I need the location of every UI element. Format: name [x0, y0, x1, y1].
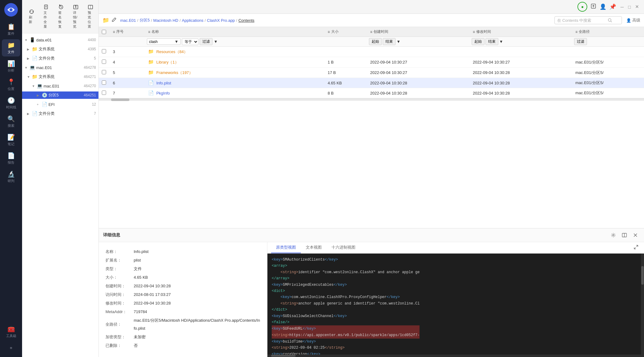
name-filter-icon: ▼ [174, 39, 178, 44]
row-size: 4.65 KB [325, 78, 367, 88]
maximize-button[interactable]: □ [628, 4, 631, 10]
advanced-label: 高级 [632, 17, 640, 23]
sidebar-item-analysis[interactable]: 📊 分析 [2, 58, 20, 75]
tree-node-mac-e01[interactable]: ▼ 💻 mac.E01 464278 [22, 63, 98, 72]
toolbox-icon: 🧰 [7, 325, 15, 333]
close-button[interactable]: ✕ [635, 4, 639, 10]
tree-node-fs2[interactable]: ▼ 📁 文件系统 464271 [22, 72, 98, 81]
row-checkbox[interactable] [102, 49, 106, 53]
tab-text-view[interactable]: 文本视图 [301, 242, 327, 253]
row-path: mac.E01/分区5/ [572, 78, 644, 88]
minimize-button[interactable]: ─ [620, 4, 624, 10]
breadcrumb-clashx-pro[interactable]: ClashX Pro.app [207, 18, 235, 23]
tree-node-data-e01[interactable]: ▼ 📱 data.e01 4400 [22, 35, 98, 45]
sign-restore-label: 签名恢复 [58, 10, 64, 29]
cases-icon: 📋 [7, 23, 15, 30]
expand-viewer-button[interactable] [632, 243, 640, 252]
breadcrumb-applications[interactable]: Applications [182, 18, 203, 23]
file-link[interactable]: Frameworks（197） [156, 70, 193, 75]
sign-restore-icon [58, 4, 64, 10]
tree-node-mac-e01-sub[interactable]: ▼ 💻 mac.E01 464270 [22, 81, 98, 91]
modify-end-button[interactable]: 结束 [485, 38, 498, 45]
table-row[interactable]: 4 📁 Library（1） 1 B 2022-09-04 10:30:27 2… [99, 57, 644, 68]
sidebar-menu-button[interactable]: ≡ [2, 342, 20, 354]
split-view-button[interactable] [620, 231, 629, 239]
breadcrumb-partition5[interactable]: 分区5 [140, 17, 150, 23]
edit-path-icon[interactable] [112, 17, 117, 23]
tree-node-efi[interactable]: + 📄 EFI 12 [22, 100, 98, 109]
fc2-icon: 📄 [32, 111, 37, 116]
details-button[interactable]: 详情/预览 [71, 3, 81, 30]
sidebar-item-files[interactable]: 📁 文件 [2, 39, 20, 56]
row-checkbox[interactable] [102, 70, 106, 74]
row-seq: 3 [110, 47, 145, 57]
breadcrumb-mac-e01[interactable]: mac.E01 [120, 18, 136, 23]
sidebar-item-notes[interactable]: 📝 笔记 [2, 131, 20, 149]
row-checkbox[interactable] [102, 80, 106, 85]
sidebar-item-search[interactable]: 🔍 搜索 [2, 113, 20, 130]
sidebar-item-location[interactable]: 📍 位置 [2, 76, 20, 93]
row-checkbox[interactable] [102, 91, 106, 95]
tree-node-fc2[interactable]: ▶ 📄 文件分类 7 [22, 109, 98, 118]
modify-start-button[interactable]: 起始 [472, 38, 485, 45]
field-label: 类型： [105, 265, 133, 273]
search-input[interactable] [557, 18, 606, 23]
row-path: mac.E01/分区5/ [572, 68, 644, 78]
row-checkbox[interactable] [102, 60, 106, 64]
tab-hex-view[interactable]: 十六进制视图 [327, 242, 360, 253]
user-icon[interactable]: 👤 [600, 3, 606, 10]
field-value: 文件 [134, 265, 260, 273]
viewer-vertical-scrollbar[interactable] [641, 254, 644, 355]
table-row[interactable]: 6 📄 Info.plist 4.65 KB 2022-09-04 10:30:… [99, 78, 644, 88]
field-value: 否 [134, 342, 260, 350]
file-link[interactable]: Library（1） [156, 60, 179, 64]
sign-restore-button[interactable]: 签名恢复 [56, 3, 66, 30]
table-row[interactable]: 5 📁 Frameworks（197） 17 B 2022-09-04 10:3… [99, 68, 644, 78]
sidebar-item-toolbox[interactable]: 🧰 工具箱 [2, 323, 20, 340]
path-filter-button[interactable]: 过滤 [574, 38, 587, 45]
folder-icon: 📁 [148, 49, 154, 54]
breadcrumb-macintosh-hd[interactable]: Macintosh HD [153, 18, 178, 23]
location-icon: 📍 [7, 78, 15, 86]
sidebar-item-cases[interactable]: 📋 案件 [2, 21, 20, 38]
create-start-button[interactable]: 起始 [369, 38, 382, 45]
partition5-icon: 💿 [42, 92, 47, 98]
preview-pos-button[interactable]: 预览位置 [85, 3, 96, 30]
upload-icon[interactable] [590, 3, 596, 11]
name-operator-select[interactable]: 等于 包含 [182, 38, 198, 45]
sidebar-item-research[interactable]: 🔬 研判 [2, 168, 20, 185]
pin-icon[interactable]: 📌 [609, 3, 616, 10]
create-end-button[interactable]: 结束 [383, 38, 396, 45]
sidebar-item-timeline[interactable]: 🕐 时间线 [2, 95, 20, 112]
name-filter-button[interactable]: 过滤 [200, 38, 213, 45]
row-seq: 7 [110, 88, 145, 98]
tree-node-fc1[interactable]: ▶ 📄 文件分类 5 [22, 54, 98, 63]
file-all-button[interactable]: 文件全显 [41, 3, 52, 30]
table-row[interactable]: 3 📁 Resources（84） [99, 47, 644, 57]
settings-button[interactable] [609, 231, 618, 239]
details-info: 名称：Info.plist 扩展名：plist 类型：文件 大小：4.65 KB… [99, 242, 267, 357]
folder-nav-icon[interactable]: 📁 [102, 17, 109, 24]
file-link[interactable]: PkgInfo [156, 91, 170, 95]
sidebar-item-report[interactable]: 📄 报告 [2, 150, 20, 167]
tree-node-partition5[interactable]: ▶ 💿 分区5 464251 [22, 91, 98, 100]
network-status-icon[interactable]: ● [577, 2, 587, 12]
field-value: plist [134, 256, 260, 264]
tree-node-fs1[interactable]: ▶ 📁 文件系统 4395 [22, 45, 98, 54]
advanced-search-button[interactable]: 👤 高级 [626, 17, 640, 23]
row-modify [470, 47, 573, 57]
fs2-icon: 📁 [32, 74, 37, 80]
field-label: MetaAddr： [105, 308, 133, 316]
viewer-horizontal-scrollbar[interactable] [267, 355, 644, 357]
file-link[interactable]: Resources（84） [156, 49, 188, 54]
file-link[interactable]: Info.plist [156, 81, 171, 85]
refresh-button[interactable]: 刷新 [26, 8, 37, 25]
horizontal-scrollbar[interactable] [99, 98, 644, 101]
tab-raw-view[interactable]: 原类型视图 [271, 242, 301, 253]
close-details-button[interactable] [631, 231, 640, 239]
select-all-checkbox[interactable] [102, 30, 106, 34]
table-row[interactable]: 7 📄 PkgInfo 8 B 2022-09-04 10:30:28 2022… [99, 88, 644, 98]
app-logo[interactable] [4, 3, 18, 17]
col-path-icon: ≡ [575, 30, 577, 34]
name-filter-input[interactable] [149, 40, 174, 44]
